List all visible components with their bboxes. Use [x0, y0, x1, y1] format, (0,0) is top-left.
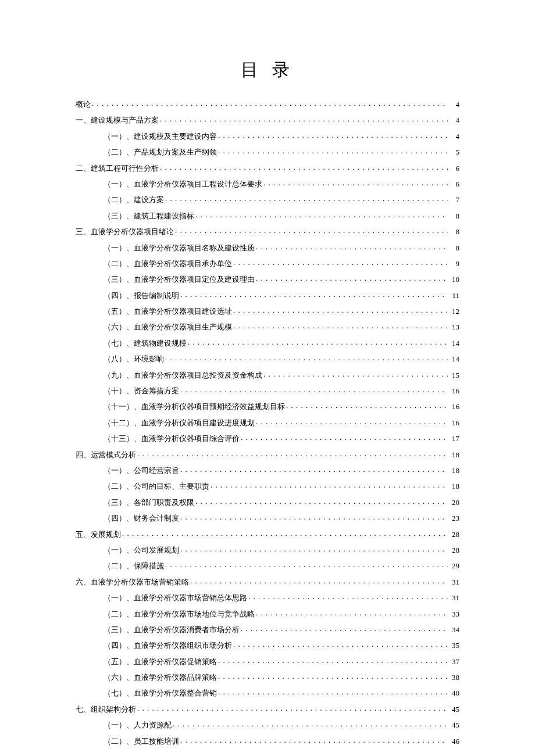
- toc-entry-label: 七、组织架构分析: [76, 705, 136, 713]
- toc-entry: （三）、各部门职责及权限20: [76, 497, 459, 506]
- toc-entry-page: 9: [449, 260, 459, 267]
- toc-entry: （九）、血液学分析仪器项目总投资及资金构成15: [76, 370, 459, 379]
- toc-entry-label: （二）、保障措施: [104, 562, 164, 569]
- toc-entry-page: 8: [449, 212, 459, 220]
- toc-entry-page: 45: [449, 721, 459, 729]
- toc-leader-dots: [256, 274, 448, 282]
- toc-entry-page: 37: [449, 658, 459, 665]
- toc-entry-label: （一）、血液学分析仪器项目工程设计总体要求: [104, 180, 262, 188]
- toc-leader-dots: [241, 433, 448, 441]
- toc-entry-label: （十）、资金筹措方案: [104, 387, 179, 395]
- toc-entry-label: （二）、血液学分析仪器项目承办单位: [104, 260, 232, 267]
- toc-entry-page: 10: [449, 275, 459, 283]
- toc-entry-page: 31: [449, 594, 459, 601]
- toc-leader-dots: [180, 736, 448, 744]
- toc-entry-page: 14: [449, 339, 459, 347]
- toc-entry-page: 4: [449, 116, 459, 124]
- toc-entry: （七）、建筑物建设规模14: [76, 338, 459, 347]
- toc-entry: （四）、报告编制说明11: [76, 291, 459, 299]
- toc-leader-dots: [195, 211, 448, 218]
- toc-entry-page: 34: [449, 626, 459, 633]
- toc-entry: （二）、血液学分析仪器市场地位与竞争战略33: [76, 609, 459, 618]
- toc-entry-label: （九）、血液学分析仪器项目总投资及资金构成: [104, 371, 262, 379]
- toc-leader-dots: [218, 147, 448, 155]
- toc-entry: （一）、公司经营宗旨18: [76, 465, 459, 474]
- toc-leader-dots: [165, 354, 448, 361]
- toc-entry-label: （五）、血液学分析仪器促销策略: [104, 658, 217, 665]
- toc-entry-page: 17: [449, 435, 459, 442]
- toc-entry: （二）、员工技能培训46: [76, 736, 459, 745]
- toc-entry-page: 12: [449, 307, 459, 315]
- toc-entry: （十二）、血液学分析仪器项目建设进度规划16: [76, 418, 459, 427]
- toc-entry: （二）、产品规划方案及生产纲领5: [76, 147, 459, 156]
- toc-entry-page: 35: [449, 642, 459, 649]
- toc-leader-dots: [180, 291, 448, 298]
- toc-entry: （七）、血液学分析仪器整合营销40: [76, 688, 459, 697]
- toc-entry: （一）、公司发展规划28: [76, 545, 459, 554]
- toc-entry-label: （五）、血液学分析仪器项目建设选址: [104, 307, 232, 315]
- toc-leader-dots: [241, 625, 448, 632]
- toc-entry-label: （一）、血液学分析仪器市场营销总体思路: [104, 594, 247, 601]
- toc-leader-dots: [175, 227, 448, 234]
- toc-leader-dots: [248, 593, 448, 600]
- toc-entry-label: （十一）、血液学分析仪器项目预期经济效益规划目标: [104, 403, 285, 410]
- toc-entry: （十）、资金筹措方案16: [76, 386, 459, 395]
- toc-entry: （三）、血液学分析仪器消费者市场分析34: [76, 625, 459, 633]
- toc-entry-label: 三、血液学分析仪器项目绪论: [76, 228, 174, 235]
- toc-entry: 概论4: [76, 99, 459, 108]
- toc-entry-page: 18: [449, 467, 459, 474]
- toc-entry-page: 11: [449, 292, 459, 299]
- toc-entry-page: 13: [449, 323, 459, 331]
- toc-entry-page: 20: [449, 499, 459, 506]
- toc-entry-label: （十二）、血液学分析仪器项目建设进度规划: [104, 419, 255, 427]
- toc-entry-label: （一）、公司经营宗旨: [104, 467, 179, 474]
- toc-entry-label: （三）、建筑工程建设指标: [104, 212, 194, 220]
- toc-entry-page: 28: [449, 531, 459, 538]
- toc-leader-dots: [137, 450, 448, 457]
- toc-leader-dots: [195, 497, 448, 505]
- toc-entry-label: （六）、血液学分析仪器品牌策略: [104, 673, 217, 681]
- toc-entry: （四）、血液学分析仪器组织市场分析35: [76, 640, 459, 649]
- toc-entry: （三）、建筑工程建设指标8: [76, 211, 459, 220]
- toc-entry-page: 6: [449, 180, 459, 188]
- toc-leader-dots: [180, 386, 448, 393]
- toc-entry: （六）、血液学分析仪器项目生产规模13: [76, 322, 459, 331]
- toc-leader-dots: [190, 577, 448, 585]
- toc-leader-dots: [160, 115, 448, 123]
- toc-entry: （一）、人力资源配45: [76, 720, 459, 729]
- toc-entry-page: 8: [449, 228, 459, 235]
- toc-entry-label: （十三）、血液学分析仪器项目综合评价: [104, 435, 240, 442]
- toc-entry-page: 28: [449, 546, 459, 554]
- toc-leader-dots: [122, 529, 448, 537]
- toc-entry-page: 45: [449, 705, 459, 713]
- toc-entry: （二）、公司的目标、主要职责18: [76, 481, 459, 490]
- toc-entry-page: 29: [449, 562, 459, 569]
- toc-entry-label: （一）、血液学分析仪器项目名称及建设性质: [104, 244, 255, 252]
- toc-entry: （一）、血液学分析仪器市场营销总体思路31: [76, 593, 459, 601]
- toc-entry-page: 18: [449, 451, 459, 458]
- toc-entry-page: 16: [449, 403, 459, 410]
- toc-entry: 二、建筑工程可行性分析6: [76, 163, 459, 172]
- toc-entry-label: （八）、环境影响: [104, 355, 164, 363]
- toc-entry-label: （三）、各部门职责及权限: [104, 499, 194, 506]
- toc-entry-page: 4: [449, 132, 459, 140]
- toc-entry-page: 40: [449, 689, 459, 697]
- toc-leader-dots: [180, 465, 448, 473]
- toc-entry: 四、运营模式分析18: [76, 450, 459, 458]
- toc-entry: （五）、血液学分析仪器项目建设选址12: [76, 306, 459, 315]
- page-title: 目 录: [76, 58, 459, 82]
- toc-entry-page: 16: [449, 419, 459, 427]
- toc-entry: （六）、血液学分析仪器品牌策略38: [76, 672, 459, 681]
- toc-entry: 三、血液学分析仪器项目绪论8: [76, 227, 459, 235]
- toc-leader-dots: [173, 720, 448, 728]
- toc-entry-label: （二）、建设方案: [104, 196, 164, 203]
- toc-entry-page: 8: [449, 244, 459, 252]
- toc-entry-label: （四）、报告编制说明: [104, 292, 179, 299]
- toc-leader-dots: [165, 195, 448, 202]
- toc-leader-dots: [188, 338, 448, 346]
- toc-leader-dots: [218, 672, 448, 680]
- toc-entry: 七、组织架构分析45: [76, 704, 459, 713]
- toc-entry: （三）、血液学分析仪器项目定位及建设理由10: [76, 274, 459, 283]
- toc-entry-label: 五、发展规划: [76, 531, 121, 538]
- toc-leader-dots: [263, 179, 448, 187]
